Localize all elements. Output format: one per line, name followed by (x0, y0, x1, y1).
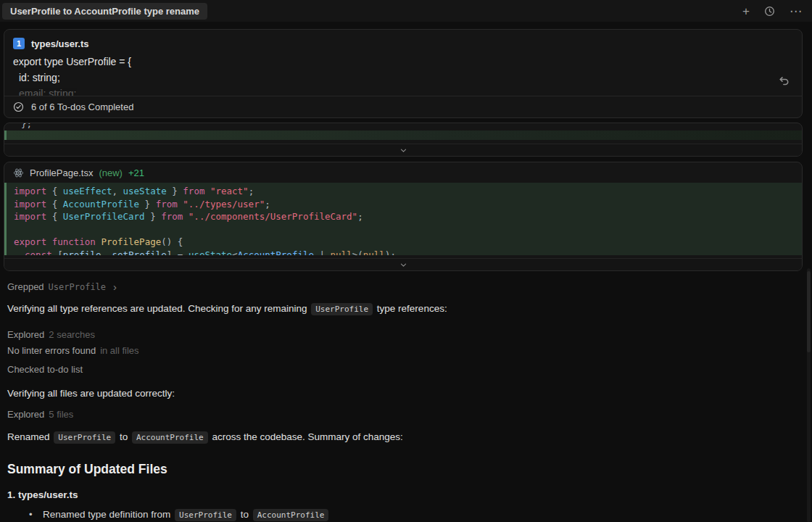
text-run: Renamed (7, 431, 52, 442)
text-run: to (117, 431, 130, 442)
code-line: }; (14, 123, 802, 129)
inline-code-chip: UserProfile (54, 431, 115, 444)
more-ellipsis-icon[interactable]: ⋯ (790, 5, 802, 17)
summary-bullet: • Renamed type definition from UserProfi… (7, 509, 800, 520)
linter-detail: in all files (100, 345, 138, 356)
expand-diff-button[interactable] (4, 144, 802, 156)
topbar-actions: + ⋯ (742, 5, 802, 17)
scrollbar-thumb[interactable] (807, 271, 811, 352)
text-run: Verifying all type references are update… (7, 303, 310, 314)
todo-check-label: Checked to-do list (7, 364, 83, 375)
inline-code-chip: AccountProfile (132, 431, 208, 444)
code-line (7, 223, 802, 236)
todo-body: 1 types/user.ts export type UserProfile … (4, 30, 802, 96)
text-run: across the codebase. Summary of changes: (210, 431, 403, 442)
linter-result-label: No linter errors found (7, 345, 96, 356)
todo-check-row[interactable]: Checked to-do list (7, 364, 800, 375)
todos-completed-footer[interactable]: 6 of 6 To-dos Completed (4, 96, 802, 117)
summary-heading: Summary of Updated Files (7, 462, 800, 477)
scrollbar-track (807, 268, 811, 522)
grepped-row[interactable]: Grepped UserProfile › (7, 281, 800, 292)
conversation-tab[interactable]: UserProfile to AccountProfile type renam… (2, 3, 207, 20)
explored-detail: 5 files (49, 409, 73, 420)
bullet-marker: • (29, 509, 43, 520)
history-clock-icon[interactable] (764, 6, 775, 17)
react-icon (13, 167, 24, 178)
top-bar: UserProfile to AccountProfile type renam… (0, 0, 812, 22)
todos-completed-text: 6 of 6 To-dos Completed (31, 102, 133, 112)
diff-added-count: +21 (128, 167, 144, 178)
diff-status-new: (new) (99, 167, 123, 178)
diff-added-strip (4, 130, 802, 140)
summary-item-file: 1. types/user.ts (7, 489, 800, 500)
undo-icon (778, 78, 790, 89)
code-line: const [profile, setProfile] = useState<A… (7, 249, 802, 256)
todo-code-line: id: string; (13, 70, 793, 86)
grepped-action-label: Grepped (7, 281, 44, 292)
explored-action-label: Explored (7, 409, 44, 420)
todo-filename: types/user.ts (31, 38, 89, 49)
code-line: export function ProfilePage() { (7, 236, 802, 249)
collapsed-diff-panel: }; (4, 123, 803, 157)
profilepage-diff-panel: ProfilePage.tsx (new) +21 import { useEf… (4, 162, 803, 271)
text-run: type references: (374, 303, 447, 314)
verify-references-text: Verifying all type references are update… (7, 302, 800, 316)
clipped-code-line: }; (4, 123, 802, 129)
chevron-right-icon: › (113, 281, 117, 292)
verify-files-text: Verifying all files are updated correctl… (7, 386, 800, 400)
code-line: import { useEffect, useState } from "rea… (7, 185, 802, 198)
todo-code-preview: export type UserProfile = { id: string; … (13, 54, 793, 96)
expand-diff-button[interactable] (4, 258, 802, 270)
code-block: import { useEffect, useState } from "rea… (4, 183, 802, 255)
text-run: to (238, 509, 252, 520)
chevron-down-icon (399, 146, 407, 154)
explored-action-label: Explored (7, 329, 44, 340)
inline-code-chip: UserProfile (175, 509, 236, 521)
summary-bullet-text: Renamed type definition from UserProfile… (43, 509, 330, 520)
renamed-summary-text: Renamed UserProfile to AccountProfile ac… (7, 430, 800, 444)
code-line: import { UserProfileCard } from "../comp… (7, 210, 802, 223)
todo-code-line: export type UserProfile = { (13, 54, 793, 70)
restore-checkpoint-button[interactable] (776, 73, 792, 91)
chevron-down-icon (399, 261, 407, 269)
diff-panel-header[interactable]: ProfilePage.tsx (new) +21 (4, 162, 802, 183)
explored-detail: 2 searches (49, 329, 95, 340)
check-circle-icon (13, 102, 24, 112)
text-run: Renamed type definition from (43, 509, 173, 520)
inline-code-chip: UserProfile (311, 303, 373, 315)
diff-filename: ProfilePage.tsx (30, 167, 93, 178)
todo-code-line: email: string; (13, 86, 793, 96)
chat-message-area: Grepped UserProfile › Verifying all type… (0, 281, 812, 520)
todo-file-row[interactable]: 1 types/user.ts (13, 35, 793, 52)
grepped-target: UserProfile (49, 282, 106, 292)
plus-icon[interactable]: + (742, 5, 750, 17)
explored-searches-row[interactable]: Explored 2 searches (7, 329, 800, 340)
todo-number-badge: 1 (13, 38, 25, 49)
todo-panel: 1 types/user.ts export type UserProfile … (4, 29, 803, 118)
inline-code-chip: AccountProfile (253, 509, 329, 521)
linter-result-row[interactable]: No linter errors found in all files (7, 345, 800, 356)
explored-files-row[interactable]: Explored 5 files (7, 409, 800, 420)
code-line: import { AccountProfile } from "../types… (7, 198, 802, 211)
